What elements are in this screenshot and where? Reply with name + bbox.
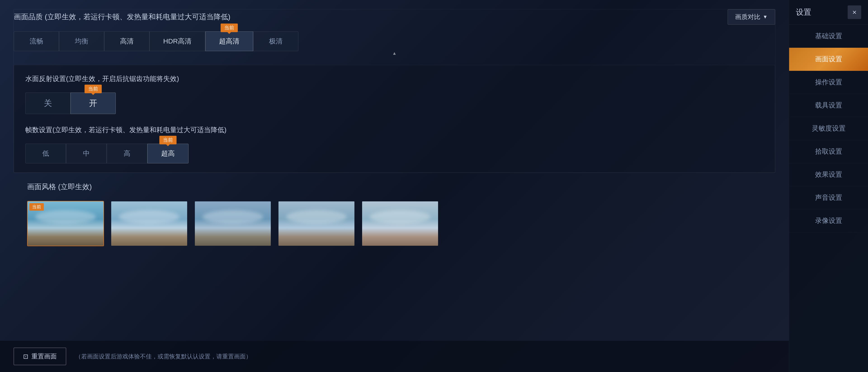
style-thumb-3[interactable] <box>194 201 271 246</box>
style-thumb-2-image <box>111 201 187 246</box>
fps-low-button[interactable]: 低 <box>25 144 66 163</box>
sidebar-item-vehicle-label: 载具设置 <box>815 102 842 109</box>
water-toggle-buttons: 关 当前 开 <box>25 92 764 114</box>
water-reflection-section: 水面反射设置(立即生效，开启后抗锯齿功能将失效) 关 当前 开 <box>25 74 764 114</box>
quality-hdr-button[interactable]: HDR高清 <box>149 31 205 51</box>
style-thumb-5[interactable] <box>362 201 438 246</box>
style-section-title: 画面风格 (立即生效) <box>27 182 762 192</box>
fps-section-title: 帧数设置(立即生效，若运行卡顿、发热量和耗电量过大可适当降低) <box>25 125 764 135</box>
sidebar-item-audio-label: 声音设置 <box>815 194 842 201</box>
quality-buttons-row: 流畅 均衡 高清 HDR高清 当前 超高清 极清 <box>14 31 775 51</box>
chevron-down-icon: ▼ <box>763 14 768 20</box>
water-on-label: 开 <box>89 98 97 108</box>
water-off-label: 关 <box>44 98 52 108</box>
quality-section-title: 画面品质 (立即生效，若运行卡顿、发热量和耗电量过大可适当降低) <box>14 12 727 22</box>
quality-balanced-button[interactable]: 均衡 <box>59 31 104 51</box>
quality-extreme-button[interactable]: 极清 <box>253 31 298 51</box>
fps-buttons-row: 低 中 高 当前 超高 <box>25 144 764 163</box>
sidebar-item-display-label: 画面设置 <box>815 55 842 63</box>
water-on-button[interactable]: 当前 开 <box>70 92 116 114</box>
style-thumb-4[interactable] <box>278 201 355 246</box>
quality-smooth-button[interactable]: 流畅 <box>14 31 59 51</box>
style-thumb-3-image <box>195 201 271 246</box>
content-area: 画面品质 (立即生效，若运行卡顿、发热量和耗电量过大可适当降低) 画质对比 ▼ … <box>0 0 789 372</box>
style-thumb-4-image <box>278 201 354 246</box>
sidebar-item-pickup-label: 拾取设置 <box>815 147 842 155</box>
quality-hdr-label: HDR高清 <box>163 37 191 45</box>
close-icon: × <box>852 8 857 17</box>
sidebar-item-basic-label: 基础设置 <box>815 32 842 39</box>
sidebar-nav: 基础设置 画面设置 操作设置 载具设置 灵敏度设置 拾取设置 效果设置 声音设置 <box>789 25 868 372</box>
inner-settings-card: 水面反射设置(立即生效，开启后抗锯齿功能将失效) 关 当前 开 帧数设置(立即生… <box>14 65 775 173</box>
quality-compare-label: 画质对比 <box>735 13 761 21</box>
quality-balanced-label: 均衡 <box>75 37 88 45</box>
fps-medium-label: 中 <box>83 149 90 157</box>
style-thumb-2[interactable] <box>111 201 188 246</box>
quality-ultra-hd-button[interactable]: 当前 超高清 <box>205 31 253 51</box>
sidebar-header: 设置 × <box>789 0 868 25</box>
main-container: 画面品质 (立即生效，若运行卡顿、发热量和耗电量过大可适当降低) 画质对比 ▼ … <box>0 0 868 372</box>
sidebar-item-recording-label: 录像设置 <box>815 217 842 224</box>
sidebar-item-sensitivity[interactable]: 灵敏度设置 <box>789 117 868 140</box>
style-section: 画面风格 (立即生效) 当前 <box>13 173 775 255</box>
sidebar: 设置 × 基础设置 画面设置 操作设置 载具设置 灵敏度设置 拾取设置 <box>789 0 868 372</box>
fps-high-button[interactable]: 高 <box>107 144 147 163</box>
sidebar-title: 设置 <box>796 7 811 18</box>
bottom-bar: ⊡ 重置画面 （若画面设置后游戏体验不佳，或需恢复默认认设置，请重置画面） <box>0 341 789 372</box>
fps-low-label: 低 <box>42 149 49 157</box>
style-thumb-5-image <box>362 201 438 246</box>
sidebar-item-controls[interactable]: 操作设置 <box>789 71 868 94</box>
style-thumb-1[interactable]: 当前 <box>27 201 104 246</box>
fps-ultra-label: 超高 <box>161 149 175 157</box>
bottom-hint-text: （若画面设置后游戏体验不佳，或需恢复默认认设置，请重置画面） <box>75 352 252 361</box>
sidebar-item-audio[interactable]: 声音设置 <box>789 186 868 209</box>
sidebar-item-vehicle[interactable]: 载具设置 <box>789 94 868 117</box>
quality-section: 画面品质 (立即生效，若运行卡顿、发热量和耗电量过大可适当降低) 画质对比 ▼ … <box>13 9 775 173</box>
water-section-title: 水面反射设置(立即生效，开启后抗锯齿功能将失效) <box>25 74 764 84</box>
reset-display-button[interactable]: ⊡ 重置画面 <box>13 348 66 365</box>
sidebar-item-pickup[interactable]: 拾取设置 <box>789 140 868 163</box>
quality-arrow-indicator: ▲ <box>14 51 775 56</box>
close-button[interactable]: × <box>848 5 861 19</box>
quality-compare-button[interactable]: 画质对比 ▼ <box>727 9 775 25</box>
sidebar-item-effects-label: 效果设置 <box>815 171 842 178</box>
water-current-badge: 当前 <box>85 85 102 93</box>
fps-section: 帧数设置(立即生效，若运行卡顿、发热量和耗电量过大可适当降低) 低 中 高 当前 <box>25 125 764 163</box>
fps-ultra-button[interactable]: 当前 超高 <box>147 144 188 163</box>
reset-btn-label: 重置画面 <box>31 352 57 361</box>
quality-smooth-label: 流畅 <box>30 37 43 45</box>
sidebar-item-basic[interactable]: 基础设置 <box>789 25 868 48</box>
quality-hd-button[interactable]: 高清 <box>104 31 149 51</box>
fps-medium-button[interactable]: 中 <box>66 144 107 163</box>
sidebar-item-display[interactable]: 画面设置 <box>789 48 868 71</box>
quality-ultra-hd-label: 超高清 <box>219 37 239 45</box>
sidebar-item-recording[interactable]: 录像设置 <box>789 209 868 232</box>
quality-hd-label: 高清 <box>120 37 133 45</box>
quality-current-badge: 当前 <box>221 24 238 32</box>
sidebar-item-sensitivity-label: 灵敏度设置 <box>812 124 846 132</box>
style-thumb-1-badge: 当前 <box>29 203 44 211</box>
sidebar-item-effects[interactable]: 效果设置 <box>789 163 868 186</box>
sidebar-item-controls-label: 操作设置 <box>815 78 842 86</box>
water-off-button[interactable]: 关 <box>25 92 70 114</box>
fps-current-badge: 当前 <box>159 136 177 144</box>
quality-extreme-label: 极清 <box>269 37 283 45</box>
fps-high-label: 高 <box>124 149 130 157</box>
reset-icon: ⊡ <box>23 353 28 360</box>
style-thumbnails-row: 当前 <box>27 201 762 246</box>
